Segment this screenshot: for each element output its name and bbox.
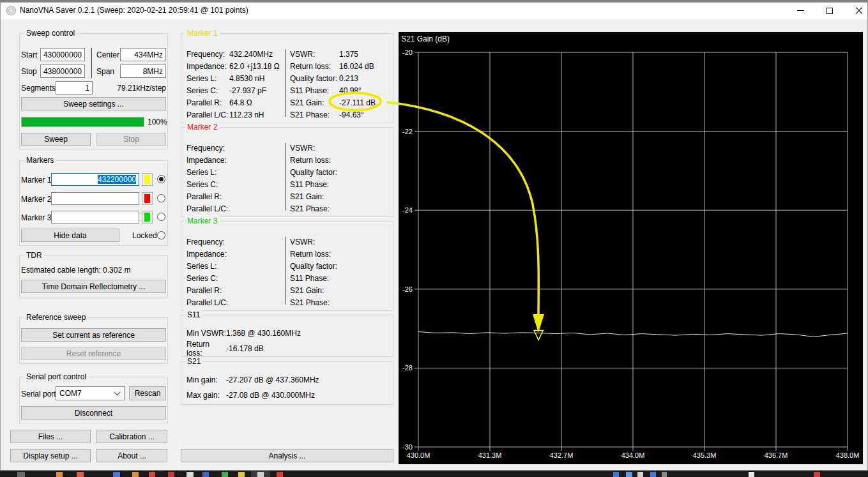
marker3-radio[interactable] xyxy=(157,213,165,221)
taskbar-icon-fragment xyxy=(814,472,820,477)
reference-sweep-title: Reference sweep xyxy=(24,313,88,322)
rescan-button[interactable]: Rescan xyxy=(129,386,166,400)
field-label: Series L: xyxy=(187,262,229,271)
marker-1-panel: Marker 1 Frequency:432.240MHzImpedance:6… xyxy=(181,33,393,123)
taskbar-icon-fragment xyxy=(637,472,643,477)
field-label: Impedance: xyxy=(187,62,229,71)
reset-reference-button[interactable]: Reset reference xyxy=(21,347,166,360)
field-label: Parallel L/C: xyxy=(187,298,229,307)
center-label: Center xyxy=(96,50,119,59)
field-label: Return loss: xyxy=(290,250,339,259)
field-value: -27.937 pF xyxy=(229,86,266,95)
svg-text:435.3M: 435.3M xyxy=(693,451,717,459)
marker-3-right-column: VSWR:Return loss:Quality factor:S11 Phas… xyxy=(290,236,392,308)
close-button[interactable] xyxy=(844,2,868,19)
marker3-color-button[interactable] xyxy=(142,211,153,223)
taskbar-icon-fragment xyxy=(277,472,283,477)
serial-port-value: COM7 xyxy=(59,389,82,398)
maximize-icon xyxy=(826,8,833,14)
start-input[interactable]: 430000000 xyxy=(40,48,85,61)
marker-2-panel: Marker 2 Frequency:Impedance:Series L:Se… xyxy=(181,127,393,217)
detail-row: S21 Phase: xyxy=(290,202,392,215)
marker-3-left-column: Frequency:Impedance:Series L:Series C:Pa… xyxy=(187,236,284,308)
stop-input[interactable]: 438000000 xyxy=(40,64,85,78)
segments-value: 1 xyxy=(85,84,89,93)
marker2-color-button[interactable] xyxy=(142,192,153,205)
marker2-radio[interactable] xyxy=(157,194,165,202)
marker1-color-swatch xyxy=(144,175,150,184)
calibration-button[interactable]: Calibration ... xyxy=(96,430,167,443)
segments-input[interactable]: 1 xyxy=(56,81,93,95)
locked-radio[interactable] xyxy=(157,231,165,239)
s11-min-vswr-row: Min VSWR: 1.368 @ 430.160MHz xyxy=(187,326,389,341)
chart-marker-1[interactable] xyxy=(534,330,543,340)
detail-row: S11 Phase: xyxy=(290,272,392,284)
taskbar-icon-fragment xyxy=(149,472,155,477)
set-reference-button[interactable]: Set current as reference xyxy=(21,328,166,342)
analysis-button[interactable]: Analysis ... xyxy=(181,449,393,462)
marker3-frequency-input[interactable] xyxy=(51,211,139,223)
about-button[interactable]: About ... xyxy=(96,449,167,462)
marker1-frequency-input[interactable]: 432200000 xyxy=(51,173,139,186)
detail-row: VSWR: xyxy=(290,236,392,248)
span-input[interactable]: 8MHz xyxy=(120,64,166,78)
marker1-radio[interactable] xyxy=(157,175,165,183)
taskbar-icon-fragment xyxy=(626,472,632,477)
serial-port-label: Serial port xyxy=(21,390,56,398)
s21-gain-chart[interactable]: S21 Gain (dB) -20-22-24-26-28-30430.0M43… xyxy=(399,32,863,464)
detail-row: Frequency:432.240MHz xyxy=(187,48,284,60)
center-input[interactable]: 434MHz xyxy=(120,48,166,61)
svg-text:-20: -20 xyxy=(402,49,413,56)
sweep-control-title: Sweep control xyxy=(24,29,77,38)
taskbar-icon-fragment xyxy=(77,472,84,477)
detail-row: Parallel L/C: xyxy=(187,202,284,215)
marker2-color-swatch xyxy=(144,194,150,203)
chevron-down-icon xyxy=(114,389,121,395)
taskbar-icon-fragment xyxy=(257,472,264,477)
marker3-color-swatch xyxy=(144,213,150,222)
cable-length-text: Estimated cable length: 0.302 m xyxy=(21,266,130,275)
field-value: 432.240MHz xyxy=(229,50,273,59)
field-label: Quality factor: xyxy=(290,74,339,83)
sweep-settings-button[interactable]: Sweep settings ... xyxy=(21,97,166,110)
serial-port-select[interactable]: COM7 xyxy=(56,386,125,400)
svg-text:-30: -30 xyxy=(402,443,413,451)
files-button[interactable]: Files ... xyxy=(10,430,91,443)
detail-row: Return loss: xyxy=(290,248,392,260)
taskbar-icon-fragment xyxy=(202,472,209,477)
marker1-color-button[interactable] xyxy=(142,173,153,186)
sweep-button[interactable]: Sweep xyxy=(21,133,91,146)
field-value: 1.368 @ 430.160MHz xyxy=(226,329,301,338)
field-value: 16.024 dB xyxy=(339,62,374,71)
field-label: Frequency: xyxy=(187,144,229,153)
field-label: S11 Phase: xyxy=(290,86,339,95)
marker2-frequency-input[interactable] xyxy=(51,192,139,205)
marker-1-right-column: VSWR:1.375Return loss:16.024 dBQuality f… xyxy=(290,48,392,121)
detail-row: Parallel L/C:112.23 nH xyxy=(187,109,284,121)
field-value: 64.8 Ω xyxy=(229,98,252,107)
field-value: 40.98° xyxy=(339,86,362,95)
svg-text:432.7M: 432.7M xyxy=(550,451,574,459)
detail-row: Parallel R: xyxy=(187,284,284,296)
taskbar-icon-fragment xyxy=(650,472,656,477)
tdr-button[interactable]: Time Domain Reflectometry ... xyxy=(21,280,166,293)
svg-text:430.0M: 430.0M xyxy=(407,451,430,459)
center-value: 434MHz xyxy=(134,50,163,59)
segments-label: Segments xyxy=(21,84,56,93)
stop-button[interactable]: Stop xyxy=(96,133,166,146)
minimize-button[interactable] xyxy=(786,2,815,19)
taskbar-icon-fragment xyxy=(168,472,174,477)
field-label: Series L: xyxy=(187,74,229,83)
svg-text:436.7M: 436.7M xyxy=(765,451,788,459)
span-label: Span xyxy=(96,67,114,76)
disconnect-button[interactable]: Disconnect xyxy=(21,406,166,420)
display-setup-button[interactable]: Display setup ... xyxy=(10,449,91,462)
field-label: Parallel R: xyxy=(187,192,229,201)
field-label: Min gain: xyxy=(187,375,226,384)
start-value: 430000000 xyxy=(43,50,82,59)
step-size-text: 79.21kHz/step xyxy=(109,84,166,93)
field-label: Parallel R: xyxy=(187,98,229,107)
detail-row: Quality factor:0.213 xyxy=(290,72,392,84)
maximize-button[interactable] xyxy=(815,2,844,19)
hide-data-button[interactable]: Hide data xyxy=(21,229,119,242)
